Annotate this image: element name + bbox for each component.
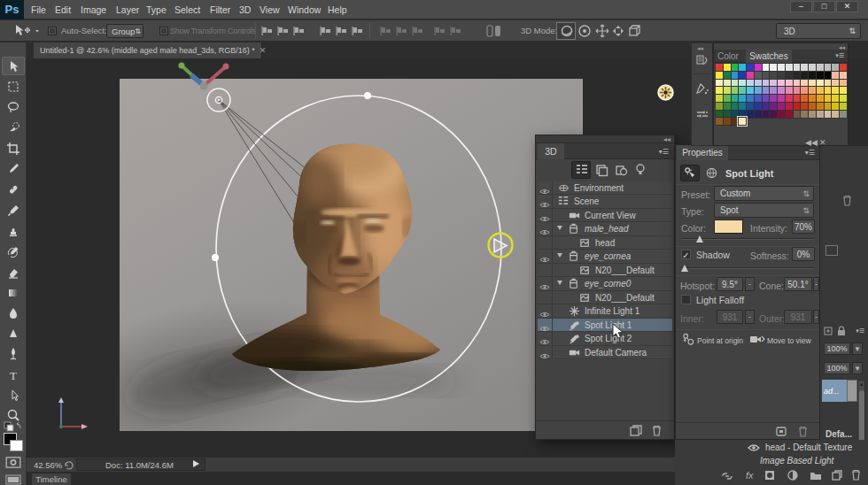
svg-text:fx: fx	[746, 470, 754, 481]
svg-text:T: T	[10, 369, 17, 382]
